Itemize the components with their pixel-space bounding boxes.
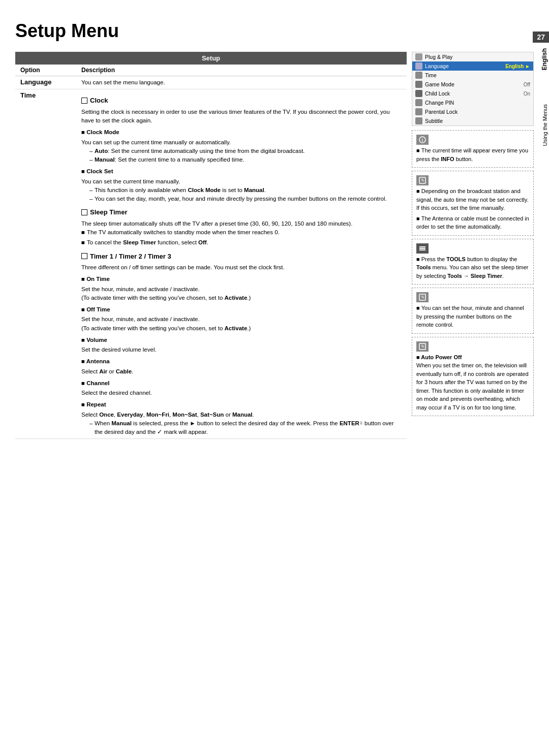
clock-mode-auto: Auto: Set the current time automatically… (89, 147, 402, 155)
sleep-timer-bullets: ■The TV automatically switches to standb… (81, 228, 402, 247)
time-label-menu: Time (425, 72, 528, 78)
channel-desc: Select the desired channel. (81, 389, 402, 397)
childlock-value: On (524, 91, 530, 97)
clock-desc: Setting the clock is necessary in order … (81, 108, 402, 125)
right-panel-tools: Press the TOOLS button to display the To… (412, 239, 534, 285)
subtitle-label: Subtitle (425, 118, 528, 124)
gamemode-icon (415, 81, 422, 88)
label-using-menus: Using the Menus (541, 103, 549, 148)
panel2-note1: Depending on the broadcast station and s… (416, 187, 529, 212)
right-panel-note4: ✎ You can set the hour, minute and chann… (412, 288, 534, 334)
sleep-timer-bullet2: ■To cancel the Sleep Timer function, sel… (81, 238, 402, 247)
note4-icon-row: ✎ (416, 292, 529, 302)
sleep-timer-label: Sleep Timer (90, 207, 127, 217)
changepin-label: Change PIN (425, 100, 528, 106)
on-time-extra: (To activate timer with the setting you'… (81, 294, 402, 302)
clock-checkbox-icon (81, 98, 87, 104)
tv-menu-item-time: Time (412, 71, 533, 80)
col-header-description: Description (76, 65, 407, 76)
tv-menu-item-gamemode: Game Mode Off (412, 80, 533, 89)
on-time-title: On Time (81, 275, 402, 284)
right-panel-info: i The current time will appear every tim… (412, 130, 534, 168)
time-icon (415, 72, 422, 79)
panel1-note: The current time will appear every time … (416, 146, 529, 163)
sleep-timer-bullet1: ■The TV automatically switches to standb… (81, 228, 402, 237)
label-english: English (540, 47, 549, 72)
tv-menu-item-childlock: Child Lock On (412, 89, 533, 98)
parentallock-label: Parental Lock (425, 109, 528, 115)
clock-label: Clock (90, 96, 108, 106)
channel-title: Channel (81, 379, 402, 388)
svg-text:✎: ✎ (420, 344, 424, 349)
tv-menu-item-changepin: Change PIN (412, 98, 533, 107)
col-header-option: Option (15, 65, 76, 76)
plug-icon (415, 53, 422, 60)
clock-set-item2: You can set the day, month, year, hour a… (89, 195, 402, 203)
note2-icon: ✎ (416, 175, 429, 185)
gamemode-value: Off (524, 82, 530, 87)
clock-mode-items: Auto: Set the current time automatically… (81, 147, 402, 165)
clock-mode-manual: Manual: Set the current time to a manual… (89, 155, 402, 164)
repeat-item1: When Manual is selected, press the ► but… (89, 419, 402, 437)
tv-menu-item-parentallock: Parental Lock (412, 107, 533, 116)
note4-icon: ✎ (416, 292, 429, 302)
option-time: Time (15, 89, 76, 439)
plug-label: Plug & Play (425, 54, 528, 60)
svg-rect-6 (419, 249, 425, 250)
language-value: English ► (505, 64, 530, 69)
volume-desc: Set the desired volume level. (81, 345, 402, 354)
clock-set-intro: You can set the current time manually. (81, 177, 402, 186)
panel3-note: Press the TOOLS button to display the To… (416, 255, 529, 280)
svg-rect-5 (419, 248, 425, 249)
childlock-label: Child Lock (425, 90, 521, 97)
clock-mode-intro: You can set up the current time manually… (81, 138, 402, 147)
main-content: Setup Option Description Language You ca… (15, 52, 407, 444)
sleep-timer-title: Sleep Timer (81, 207, 402, 217)
svg-text:✎: ✎ (420, 295, 424, 300)
clock-set-item1: This function is only available when Clo… (89, 186, 402, 195)
option-language: Language (15, 76, 76, 89)
clock-mode-title: Clock Mode (81, 128, 402, 137)
svg-rect-4 (419, 246, 425, 247)
on-time-desc: Set the hour, minute, and activate / ina… (81, 285, 402, 294)
gamemode-label: Game Mode (425, 81, 521, 87)
note5-icon-row: ✎ (416, 341, 529, 352)
sleep-timer-desc: The sleep timer automatically shuts off … (81, 219, 402, 228)
off-time-title: Off Time (81, 305, 402, 314)
right-panel-note2: ✎ Depending on the broadcast station and… (412, 171, 534, 236)
timer-checkbox-icon (81, 253, 87, 259)
svg-text:i: i (422, 138, 423, 143)
changepin-icon (415, 99, 422, 106)
tv-menu-item-plug: Plug & Play (412, 52, 533, 61)
repeat-title: Repeat (81, 400, 402, 409)
right-panel-autopoweroff: ✎ ■ Auto Power Off When you set the time… (412, 337, 534, 417)
parentallock-icon (415, 108, 422, 115)
off-time-desc: Set the hour, minute, and activate / ina… (81, 315, 402, 324)
timer-desc: Three different on / off timer settings … (81, 263, 402, 272)
note5-icon: ✎ (416, 341, 429, 352)
right-column: 27 English Using the Menus Plug & Play L… (412, 52, 534, 444)
repeat-items: When Manual is selected, press the ► but… (81, 419, 402, 437)
panel4-note: You can set the hour, minute and channel… (416, 304, 529, 329)
tools-icon-row (416, 243, 529, 254)
page-title: Setup Menu (15, 20, 534, 42)
tv-menu-item-subtitle: Subtitle (412, 116, 533, 125)
subtitle-icon (415, 117, 422, 124)
tv-menu: Plug & Play Language English ► Time Game… (412, 52, 534, 126)
volume-title: Volume (81, 336, 402, 344)
panel2-note2: The Antenna or cable must be connected i… (416, 214, 529, 231)
panel5-note-body: When you set the timer on, the televisio… (416, 361, 529, 412)
page-number-badge: 27 (533, 32, 549, 43)
childlock-icon (415, 90, 422, 97)
clock-set-items: This function is only available when Clo… (81, 186, 402, 204)
antenna-desc: Select Air or Cable. (81, 367, 402, 376)
timer-label: Timer 1 / Timer 2 / Timer 3 (90, 251, 171, 262)
note2-icon-row: ✎ (416, 175, 529, 185)
info-icon: i (416, 135, 429, 145)
sleep-timer-checkbox-icon (81, 209, 87, 215)
svg-text:✎: ✎ (420, 178, 424, 183)
desc-language: You can set the menu language. (76, 76, 407, 89)
info-icon-row: i (416, 135, 529, 145)
panel5-note-title: ■ Auto Power Off (416, 353, 529, 362)
tools-icon (416, 243, 429, 254)
